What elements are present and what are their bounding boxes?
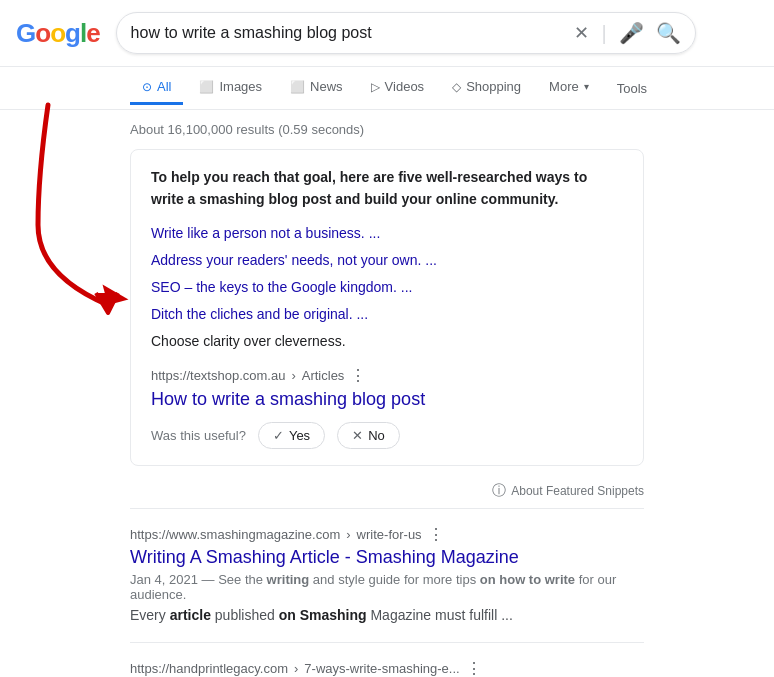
- featured-snippet: To help you reach that goal, here are fi…: [130, 149, 644, 466]
- tab-more-label: More: [549, 79, 579, 94]
- list-item: Ditch the cliches and be original. ...: [151, 304, 623, 325]
- x-circle-icon: ✕: [352, 428, 363, 443]
- list-item: SEO – the keys to the Google kingdom. ..…: [151, 277, 623, 298]
- snippet-source-url: https://textshop.com.au: [151, 368, 285, 383]
- result-date-1: Jan 4, 2021 — See the writing and style …: [130, 572, 644, 602]
- no-label: No: [368, 428, 385, 443]
- list-item-text-5: Choose clarity over cleverness.: [151, 333, 346, 349]
- about-snippets-label[interactable]: About Featured Snippets: [511, 484, 644, 498]
- search-icons: ✕ | 🎤 🔍: [574, 21, 680, 45]
- yes-label: Yes: [289, 428, 310, 443]
- list-item: Write like a person not a business. ...: [151, 223, 623, 244]
- tab-all[interactable]: ⊙ All: [130, 71, 183, 105]
- result-url-row-1: https://www.smashingmagazine.com › write…: [130, 525, 644, 544]
- organic-result-1: https://www.smashingmagazine.com › write…: [130, 508, 644, 642]
- tab-images-label: Images: [219, 79, 262, 94]
- snippet-breadcrumb: Articles: [302, 368, 345, 383]
- result-url-2: https://handprintlegacy.com: [130, 661, 288, 676]
- nav-tabs: ⊙ All ⬜ Images ⬜ News ▷ Videos ◇ Shoppin…: [0, 67, 774, 110]
- tab-shopping-label: Shopping: [466, 79, 521, 94]
- chevron-right-icon: ›: [291, 368, 295, 383]
- list-item-link-4[interactable]: Ditch the cliches and be original. ...: [151, 306, 368, 322]
- chevron-icon-2: ›: [294, 661, 298, 676]
- tab-news-label: News: [310, 79, 343, 94]
- search-input[interactable]: [131, 24, 575, 42]
- videos-tab-icon: ▷: [371, 80, 380, 94]
- tab-videos-label: Videos: [385, 79, 425, 94]
- snippet-intro: To help you reach that goal, here are fi…: [151, 166, 623, 211]
- useful-label: Was this useful?: [151, 428, 246, 443]
- list-item-link-1[interactable]: Write like a person not a business. ...: [151, 225, 380, 241]
- google-logo: Google: [16, 18, 100, 49]
- snippet-list: Write like a person not a business. ... …: [151, 223, 623, 352]
- snippet-source: https://textshop.com.au › Articles ⋮: [151, 366, 623, 385]
- list-item-link-2[interactable]: Address your readers' needs, not your ow…: [151, 252, 437, 268]
- result-url-row-2: https://handprintlegacy.com › 7-ways-wri…: [130, 659, 644, 677]
- on-how-bold: on how to write: [480, 572, 575, 587]
- shopping-tab-icon: ◇: [452, 80, 461, 94]
- list-item: Choose clarity over cleverness.: [151, 331, 623, 352]
- snippet-intro-text: To help you reach that goal, here are fi…: [151, 169, 587, 207]
- tab-images[interactable]: ⬜ Images: [187, 71, 274, 105]
- logo-e: e: [86, 18, 99, 49]
- search-bar[interactable]: ✕ | 🎤 🔍: [116, 12, 696, 54]
- logo-g2: g: [65, 18, 80, 49]
- all-tab-icon: ⊙: [142, 80, 152, 94]
- clear-icon[interactable]: ✕: [574, 22, 589, 44]
- search-icon[interactable]: 🔍: [656, 21, 681, 45]
- list-item-link-3[interactable]: SEO – the keys to the Google kingdom. ..…: [151, 279, 412, 295]
- about-snippets-row: ⓘ About Featured Snippets: [130, 474, 644, 508]
- info-icon: ⓘ: [492, 482, 506, 500]
- tab-tools[interactable]: Tools: [605, 73, 659, 104]
- snippet-link[interactable]: How to write a smashing blog post: [151, 389, 623, 410]
- microphone-icon[interactable]: 🎤: [619, 21, 644, 45]
- no-button[interactable]: ✕ No: [337, 422, 400, 449]
- divider: |: [601, 22, 606, 45]
- result-snippet-1: Every article published on Smashing Maga…: [130, 604, 644, 626]
- tab-all-label: All: [157, 79, 171, 94]
- useful-row: Was this useful? ✓ Yes ✕ No: [151, 422, 623, 449]
- results-area: About 16,100,000 results (0.59 seconds) …: [0, 110, 774, 677]
- organic-result-2: https://handprintlegacy.com › 7-ways-wri…: [130, 642, 644, 677]
- news-tab-icon: ⬜: [290, 80, 305, 94]
- results-count: About 16,100,000 results (0.59 seconds): [130, 122, 644, 137]
- result-breadcrumb-1: write-for-us: [357, 527, 422, 542]
- snippet-more-icon[interactable]: ⋮: [350, 366, 366, 385]
- tab-more[interactable]: More ▾: [537, 71, 601, 105]
- tab-videos[interactable]: ▷ Videos: [359, 71, 437, 105]
- logo-g: G: [16, 18, 35, 49]
- result-breadcrumb-2: 7-ways-write-smashing-e...: [304, 661, 459, 676]
- tab-news[interactable]: ⬜ News: [278, 71, 355, 105]
- check-icon: ✓: [273, 428, 284, 443]
- result-url-1: https://www.smashingmagazine.com: [130, 527, 340, 542]
- result-more-icon-2[interactable]: ⋮: [466, 659, 482, 677]
- writing-bold: writing: [267, 572, 310, 587]
- header: Google ✕ | 🎤 🔍: [0, 0, 774, 67]
- more-chevron-icon: ▾: [584, 81, 589, 92]
- yes-button[interactable]: ✓ Yes: [258, 422, 325, 449]
- logo-o2: o: [50, 18, 65, 49]
- images-tab-icon: ⬜: [199, 80, 214, 94]
- tab-shopping[interactable]: ◇ Shopping: [440, 71, 533, 105]
- logo-o1: o: [35, 18, 50, 49]
- chevron-icon-1: ›: [346, 527, 350, 542]
- list-item: Address your readers' needs, not your ow…: [151, 250, 623, 271]
- result-title-1[interactable]: Writing A Smashing Article - Smashing Ma…: [130, 547, 644, 568]
- result-more-icon-1[interactable]: ⋮: [428, 525, 444, 544]
